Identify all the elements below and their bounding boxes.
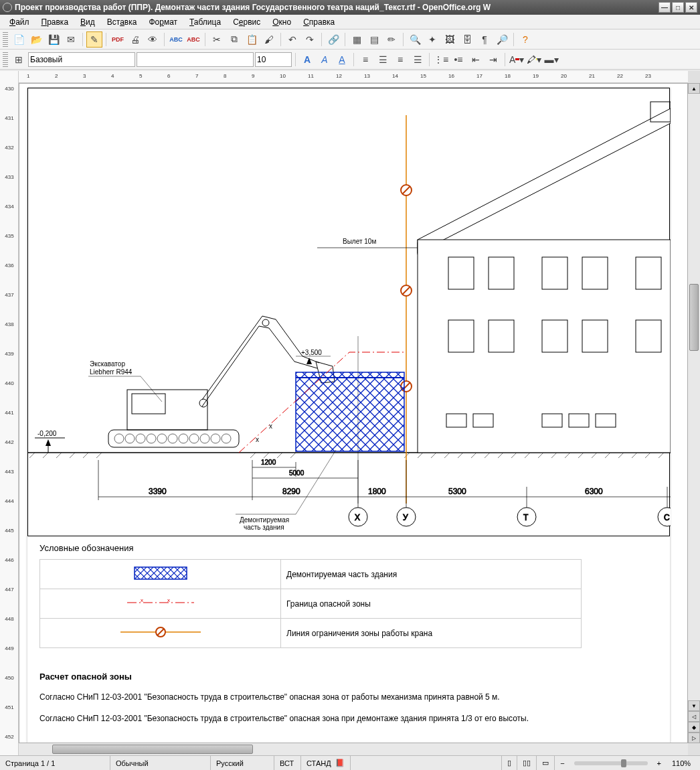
- undo-icon[interactable]: ↶: [284, 31, 300, 48]
- scrollbar-thumb[interactable]: [689, 284, 699, 351]
- table-row: Линия ограничения зоны работы крана: [40, 619, 582, 648]
- save-icon[interactable]: 💾: [46, 31, 62, 48]
- status-selection-mode[interactable]: СТАНД 📕: [301, 756, 351, 770]
- menu-view[interactable]: Вид: [75, 16, 100, 28]
- menu-insert[interactable]: Вставка: [102, 16, 143, 28]
- menu-help[interactable]: Справка: [298, 16, 340, 28]
- datasource-icon[interactable]: 🗄: [459, 31, 475, 48]
- copy-icon[interactable]: ⧉: [226, 31, 242, 48]
- gallery-icon[interactable]: 🖼: [442, 31, 458, 48]
- vertical-scrollbar[interactable]: ▲ ▼ ◁ ◆ ▷: [688, 83, 700, 743]
- horizontal-ruler[interactable]: 1234567891011121314151617181920212223: [19, 71, 688, 83]
- maximize-button[interactable]: □: [672, 2, 684, 13]
- font-size-combo[interactable]: [255, 52, 292, 67]
- svg-line-19: [511, 453, 517, 458]
- status-style[interactable]: Обычный: [110, 756, 211, 770]
- nav-anchor-button[interactable]: ◆: [688, 722, 700, 733]
- svg-line-5: [83, 453, 88, 458]
- zoom-percent[interactable]: 110%: [667, 756, 700, 770]
- navigator-icon[interactable]: ✦: [424, 31, 440, 48]
- body-paragraph: Согласно СНиП 12-03-2001 "Безопасность т…: [39, 692, 500, 703]
- zoom-slider[interactable]: [574, 761, 648, 765]
- find-icon[interactable]: 🔍: [407, 31, 423, 48]
- zoom-in-button[interactable]: +: [652, 756, 667, 770]
- open-icon[interactable]: 📂: [28, 31, 44, 48]
- font-name-combo[interactable]: [137, 52, 254, 67]
- insert-grid-icon[interactable]: ▤: [366, 31, 382, 48]
- numbered-list-icon[interactable]: ⋮≡: [433, 52, 449, 68]
- print-preview-icon[interactable]: 👁: [145, 31, 161, 48]
- close-button[interactable]: ✕: [685, 2, 697, 13]
- svg-line-17: [485, 453, 490, 458]
- scrollbar-thumb[interactable]: [52, 745, 253, 754]
- format-paint-icon[interactable]: 🖌: [261, 31, 277, 48]
- nonprint-icon[interactable]: ¶: [476, 31, 493, 48]
- cut-icon[interactable]: ✂: [209, 31, 225, 48]
- view-book-icon[interactable]: ▭: [537, 756, 555, 770]
- export-pdf-icon[interactable]: PDF: [110, 31, 126, 48]
- zoom-slider-thumb[interactable]: [621, 759, 626, 767]
- increase-indent-icon[interactable]: ⇥: [485, 52, 501, 68]
- redo-icon[interactable]: ↷: [302, 31, 318, 48]
- scroll-down-button[interactable]: ▼: [688, 700, 700, 711]
- status-insert-mode[interactable]: ВСТ: [274, 756, 301, 770]
- spellcheck-icon[interactable]: ABC: [168, 31, 184, 48]
- svg-line-24: [578, 453, 584, 458]
- menu-table[interactable]: Таблица: [184, 16, 226, 28]
- svg-point-40: [179, 434, 188, 443]
- menu-window[interactable]: Окно: [267, 16, 296, 28]
- decrease-indent-icon[interactable]: ⇤: [468, 52, 484, 68]
- zoom-out-button[interactable]: −: [555, 756, 570, 770]
- menu-edit[interactable]: Правка: [36, 16, 74, 28]
- status-spacer: [351, 756, 502, 770]
- align-right-icon[interactable]: ≡: [392, 52, 408, 68]
- paragraph-style-combo[interactable]: [28, 52, 135, 67]
- view-multi-icon[interactable]: ▯▯: [517, 756, 537, 770]
- print-icon[interactable]: 🖨: [127, 31, 143, 48]
- italic-icon[interactable]: А: [317, 52, 333, 68]
- email-icon[interactable]: ✉: [63, 31, 79, 48]
- toolbar-grip[interactable]: [3, 32, 8, 47]
- bold-icon[interactable]: A: [299, 52, 315, 68]
- svg-text:x: x: [269, 422, 272, 430]
- svg-point-42: [200, 434, 209, 443]
- svg-line-15: [458, 453, 463, 458]
- next-page-button[interactable]: ▷: [688, 733, 700, 743]
- styles-dialog-icon[interactable]: ⊞: [11, 52, 27, 68]
- menu-file[interactable]: Файл: [4, 16, 35, 28]
- vertical-ruler[interactable]: 4304314324334344354364374384394404414424…: [0, 71, 19, 755]
- flyout-label: Вылет 10м: [343, 238, 376, 245]
- insert-table-icon[interactable]: ▦: [349, 31, 365, 48]
- horizontal-scrollbar[interactable]: [19, 743, 688, 755]
- svg-line-11: [404, 453, 410, 458]
- edit-mode-icon[interactable]: ✎: [86, 31, 102, 48]
- menu-format[interactable]: Формат: [143, 16, 183, 28]
- view-single-icon[interactable]: ▯: [502, 756, 517, 770]
- document-viewport[interactable]: -0,200: [19, 83, 688, 743]
- minimize-button[interactable]: —: [659, 2, 671, 13]
- autospell-icon[interactable]: ABC: [185, 31, 201, 48]
- show-draw-icon[interactable]: ✏: [383, 31, 400, 48]
- align-left-icon[interactable]: ≡: [357, 52, 373, 68]
- status-language[interactable]: Русский: [211, 756, 274, 770]
- bullet-list-icon[interactable]: •≡: [450, 52, 466, 68]
- align-center-icon[interactable]: ☰: [375, 52, 391, 68]
- toolbar-grip[interactable]: [3, 52, 8, 67]
- svg-line-2: [43, 453, 48, 458]
- font-color-icon[interactable]: A▾: [509, 52, 525, 68]
- paste-icon[interactable]: 📋: [244, 31, 260, 48]
- underline-icon[interactable]: А: [334, 52, 350, 68]
- hyperlink-icon[interactable]: 🔗: [325, 31, 341, 48]
- prev-page-button[interactable]: ◁: [688, 711, 700, 722]
- help-icon[interactable]: ?: [517, 31, 533, 48]
- new-doc-icon[interactable]: 📄: [11, 31, 27, 48]
- window-title: Проект производства работ (ППР). Демонта…: [15, 3, 657, 12]
- zoom-icon[interactable]: 🔎: [494, 31, 510, 48]
- background-icon[interactable]: ▬▾: [543, 52, 559, 68]
- status-page[interactable]: Страница 1 / 1: [0, 756, 110, 770]
- svg-text:1200: 1200: [261, 459, 276, 466]
- align-justify-icon[interactable]: ☰: [410, 52, 426, 68]
- menu-service[interactable]: Сервис: [228, 16, 266, 28]
- highlight-icon[interactable]: 🖍▾: [526, 52, 542, 68]
- scroll-up-button[interactable]: ▲: [688, 83, 700, 94]
